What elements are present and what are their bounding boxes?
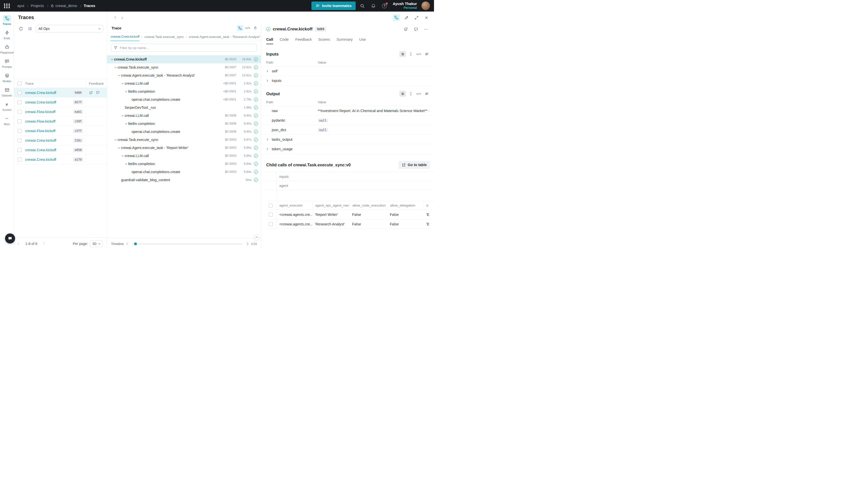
trace-row[interactable]: crewai.Crew.kickoffa17d bbox=[14, 155, 107, 164]
comment-icon[interactable] bbox=[96, 91, 100, 95]
trace-crumb[interactable]: crewai.Task.execute_sync bbox=[145, 33, 184, 41]
prev-page-button[interactable] bbox=[17, 242, 21, 245]
table-row[interactable]: self bbox=[261, 66, 434, 76]
close-button[interactable]: × bbox=[423, 14, 430, 21]
table-row[interactable]: json_dict null bbox=[261, 125, 434, 135]
tree-row[interactable]: crewai.Task.execute_sync$0.00035.87s✓ bbox=[107, 136, 261, 144]
list-view-button[interactable] bbox=[399, 91, 406, 97]
chevron-right-icon[interactable] bbox=[266, 148, 272, 150]
trace-link[interactable]: crewai.Crew.kickoff bbox=[25, 138, 56, 143]
trace-crumb[interactable]: crewai.Agent.execute_task - 'Research An… bbox=[189, 33, 260, 41]
invite-teammates-button[interactable]: Invite teammates bbox=[311, 1, 356, 10]
sidebar-item-playground[interactable]: Playground bbox=[0, 43, 14, 55]
ops-filter-select[interactable]: All Ops bbox=[36, 25, 103, 33]
overflow-menu-button[interactable]: ⋯ bbox=[423, 26, 429, 32]
tree-row[interactable]: litellm.completion<$0.00012.82s✓ bbox=[107, 87, 261, 96]
tree-view-button[interactable] bbox=[237, 25, 243, 31]
tree-row[interactable]: crewai.LLM.call$0.00069.40s✓ bbox=[107, 112, 261, 120]
trace-row[interactable]: crewai.Flow.kickoffeab1 bbox=[14, 107, 107, 117]
chevron-down-icon[interactable] bbox=[121, 156, 125, 156]
select-all-checkbox[interactable] bbox=[269, 204, 273, 208]
tree-row[interactable]: litellm.completion$0.00069.40s✓ bbox=[107, 120, 261, 127]
trace-link[interactable]: crewai.Crew.kickoff bbox=[25, 100, 56, 104]
table-row[interactable]: tasks_output bbox=[261, 135, 434, 144]
code-view-button[interactable]: </> bbox=[416, 51, 422, 57]
chevron-right-icon[interactable] bbox=[266, 70, 272, 72]
column-header[interactable]: allow_code_execution bbox=[350, 201, 387, 209]
add-reaction-button[interactable] bbox=[403, 26, 409, 32]
notifications-button[interactable] bbox=[369, 1, 378, 10]
row-checkbox[interactable] bbox=[17, 110, 22, 114]
tree-row[interactable]: openai.chat.completions.create$0.00035.8… bbox=[107, 168, 261, 176]
expand-all-button[interactable] bbox=[407, 51, 414, 57]
tree-row[interactable]: crewai.Task.execute_sync$0.000713.92s✓ bbox=[107, 63, 261, 71]
row-checkbox[interactable] bbox=[17, 100, 22, 104]
help-button[interactable]: ? bbox=[380, 1, 389, 10]
breadcrumb-projects[interactable]: Projects bbox=[30, 4, 44, 8]
code-view-button[interactable]: </> bbox=[244, 25, 251, 31]
sidebar-item-traces[interactable]: Traces bbox=[0, 14, 14, 26]
sidebar-item-scorers[interactable]: # Scorers bbox=[0, 100, 14, 112]
trace-row[interactable]: crewai.Crew.kickoffe058 bbox=[14, 145, 107, 155]
trace-link[interactable]: crewai.Crew.kickoff bbox=[25, 148, 56, 152]
column-header-feedback[interactable]: Feedback bbox=[86, 79, 107, 88]
table-row[interactable]: token_usage bbox=[261, 144, 434, 154]
row-checkbox[interactable] bbox=[269, 212, 273, 217]
trace-link[interactable]: crewai.Crew.kickoff bbox=[25, 158, 56, 161]
chevron-down-icon[interactable] bbox=[110, 59, 114, 60]
trace-crumb[interactable]: crewai.Crew.kickoff bbox=[111, 33, 139, 41]
comment-button[interactable] bbox=[413, 26, 419, 32]
table-row[interactable]: inputs bbox=[261, 76, 434, 85]
table-row[interactable]: raw **Investment Report: AI in Chemical … bbox=[261, 106, 434, 115]
tree-row[interactable]: openai.chat.completions.create$0.00069.4… bbox=[107, 127, 261, 136]
tree-row[interactable]: crewai.Agent.execute_task - 'Report Writ… bbox=[107, 144, 261, 152]
trace-link[interactable]: crewai.Flow.kickoff bbox=[25, 119, 55, 123]
tree-row[interactable]: openai.chat.completions.create<$0.00012.… bbox=[107, 96, 261, 104]
timeline-slider[interactable] bbox=[132, 243, 243, 244]
chevron-right-icon[interactable] bbox=[266, 139, 272, 140]
chat-launcher[interactable] bbox=[5, 233, 15, 243]
chevron-down-icon[interactable] bbox=[121, 115, 125, 116]
breadcrumb-project[interactable]: crewai_demo bbox=[50, 4, 77, 8]
flame-view-button[interactable] bbox=[252, 25, 258, 31]
nav-up-button[interactable]: ↑ bbox=[112, 14, 119, 21]
table-row[interactable]: pydantic null bbox=[261, 115, 434, 125]
search-button[interactable] bbox=[358, 1, 367, 10]
timeline-next-button[interactable] bbox=[245, 242, 248, 245]
add-reaction-icon[interactable] bbox=[89, 91, 93, 95]
user-menu[interactable]: Ayush Thakur Personal bbox=[393, 1, 417, 10]
table-row[interactable]: <crewai.agents.cre... 'Report Writer' Fa… bbox=[266, 210, 434, 219]
tab-call[interactable]: Call bbox=[266, 35, 273, 44]
tab-feedback[interactable]: Feedback bbox=[295, 35, 312, 44]
column-header[interactable]: agent_ops_agent_nan bbox=[312, 201, 350, 209]
trace-link[interactable]: crewai.Flow.kickoff bbox=[25, 110, 55, 114]
trace-row[interactable]: crewai.Crew.kickoff657f bbox=[14, 97, 107, 107]
breadcrumb-entity[interactable]: ayut bbox=[17, 4, 24, 8]
chevron-right-icon[interactable] bbox=[266, 80, 272, 82]
tree-row[interactable]: guardrail-validate_blog_content0ms✓ bbox=[107, 176, 261, 184]
wandb-logo-icon[interactable] bbox=[4, 3, 10, 8]
collapse-timeline-button[interactable] bbox=[253, 234, 259, 241]
tab-use[interactable]: Use bbox=[359, 35, 366, 44]
sidebar-item-more[interactable]: ••• More bbox=[0, 114, 14, 126]
chevron-down-icon[interactable] bbox=[121, 83, 125, 84]
tree-row[interactable]: crewai.Crew.kickoff$0.001019.83s✓ bbox=[107, 55, 261, 63]
row-checkbox[interactable] bbox=[17, 119, 22, 123]
column-header-trace[interactable]: Trace bbox=[25, 82, 86, 85]
nav-down-button[interactable]: ↓ bbox=[119, 14, 126, 21]
chevron-down-icon[interactable] bbox=[113, 67, 117, 68]
select-all-checkbox[interactable] bbox=[17, 82, 22, 85]
hide-values-button[interactable] bbox=[423, 91, 430, 97]
chevron-down-icon[interactable] bbox=[124, 123, 128, 124]
op-filter-input[interactable] bbox=[111, 44, 257, 52]
breadcrumb-page[interactable]: Traces bbox=[84, 4, 95, 8]
column-header[interactable]: b bbox=[424, 201, 434, 209]
trace-view-toggle-button[interactable] bbox=[393, 14, 400, 21]
column-header[interactable]: agent_executor bbox=[277, 201, 312, 209]
sidebar-item-prompts[interactable]: Prompts bbox=[0, 57, 14, 69]
row-checkbox[interactable] bbox=[17, 91, 22, 95]
sidebar-item-models[interactable]: Models bbox=[0, 71, 14, 84]
trace-row[interactable]: crewai.Crew.kickoff316c bbox=[14, 136, 107, 145]
trace-link[interactable]: crewai.Crew.kickoff bbox=[25, 91, 56, 95]
trace-row[interactable]: crewai.Flow.kickoffc5ff bbox=[14, 126, 107, 136]
